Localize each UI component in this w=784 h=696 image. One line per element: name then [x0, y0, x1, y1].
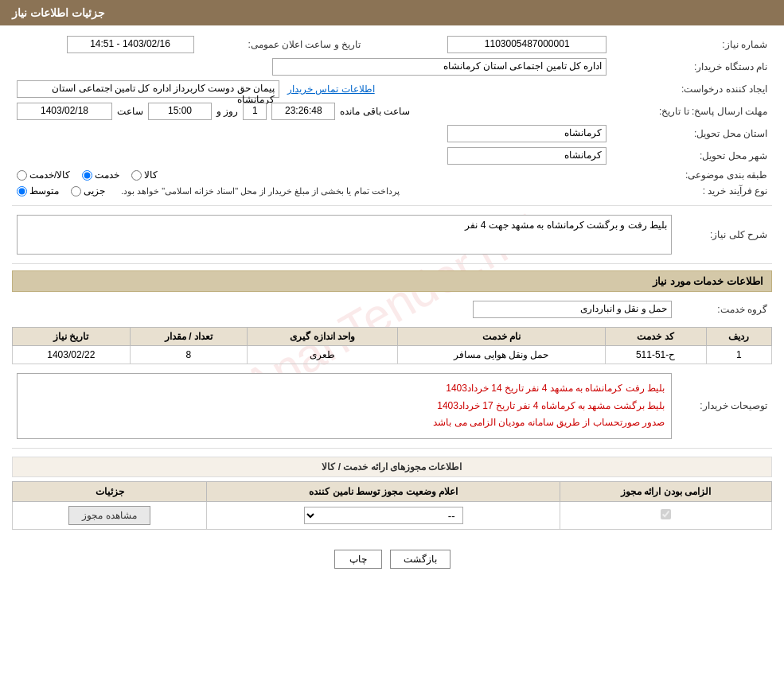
permit-status-select[interactable]: --	[304, 507, 463, 524]
col-header-code: کد خدمت	[605, 328, 706, 346]
service-group-label: گروه خدمت:	[677, 298, 772, 321]
bottom-buttons: بازگشت چاپ	[12, 538, 772, 581]
permit-required-cell	[560, 501, 772, 529]
process-mutavasset[interactable]: متوسط	[17, 185, 59, 196]
process-type-label: نوع فرآیند خرید :	[611, 183, 772, 199]
deadline-time: 15:00	[148, 103, 212, 120]
permits-col-required: الزامی بودن ارائه مجوز	[560, 481, 772, 501]
deadline-date: 1403/02/18	[17, 103, 112, 120]
col-header-row: ردیف	[706, 328, 771, 346]
service-group-table: گروه خدمت: حمل و نقل و انبارداری	[12, 298, 772, 321]
services-table: ردیف کد خدمت نام خدمت واحد اندازه گیری ت…	[12, 327, 772, 364]
jozei-label: جزیی	[84, 185, 105, 196]
permit-details-cell: مشاهده مجوز	[13, 501, 207, 529]
khadamat-label: خدمت	[95, 169, 119, 181]
khadamat-radio[interactable]	[82, 170, 92, 181]
province-value: کرمانشاه	[447, 125, 607, 142]
process-note: پرداخت تمام یا بخشی از مبلغ خریدار از مح…	[121, 186, 400, 196]
province-label: استان محل تحویل:	[611, 122, 772, 145]
cell-name: حمل ونقل هوایی مسافر	[398, 346, 605, 364]
city-label: شهر محل تحویل:	[611, 145, 772, 167]
buyer-note-line: صدور صورتحساب از طریق سامانه مودیان الزا…	[24, 414, 665, 432]
cell-row: 1	[706, 346, 771, 364]
page-title: جزئیات اطلاعات نیاز	[12, 6, 105, 19]
creator-value: پیمان حق دوست کاربرداز اداره کل تامین اج…	[17, 80, 279, 98]
info-table: شماره نیاز: 1103005487000001 تاریخ و ساع…	[12, 33, 772, 199]
need-desc-table: شرح کلی نیاز: بلیط رفت و برگشت کرمانشاه …	[12, 212, 772, 257]
buyer-org-value: اداره کل تامین اجتماعی استان کرمانشاه	[272, 58, 607, 76]
jozei-radio[interactable]	[71, 186, 81, 196]
permits-col-status: اعلام وضعیت مجوز توسط نامین کننده	[207, 481, 560, 501]
divider-1	[12, 205, 772, 206]
mutavasset-radio[interactable]	[17, 186, 27, 196]
col-header-quantity: تعداد / مقدار	[130, 328, 247, 346]
category-radio-group: کالا/خدمت خدمت کالا	[17, 169, 607, 181]
deadline-days-label: روز و	[216, 106, 238, 117]
process-jozei[interactable]: جزیی	[71, 185, 105, 196]
deadline-remaining: 23:26:48	[271, 103, 335, 120]
creator-label: ایجاد کننده درخواست:	[611, 78, 772, 100]
cell-code: ح-51-511	[605, 346, 706, 364]
page-header: جزئیات اطلاعات نیاز	[0, 0, 784, 25]
cell-date: 1403/02/22	[13, 346, 131, 364]
kala-khadamat-radio[interactable]	[17, 170, 27, 181]
col-header-unit: واحد اندازه گیری	[248, 328, 398, 346]
buyer-org-label: نام دستگاه خریدار:	[611, 56, 772, 78]
date-label: تاریخ و ساعت اعلان عمومی:	[199, 33, 366, 56]
permit-required-checkbox[interactable]	[661, 509, 671, 519]
col-header-name: نام خدمت	[398, 328, 605, 346]
deadline-remaining-label: ساعت باقی مانده	[340, 106, 410, 117]
need-number-value: 1103005487000001	[447, 36, 607, 53]
cell-quantity: 8	[130, 346, 247, 364]
buyer-note-line: بلیط رفت کرمانشاه به مشهد 4 نفر تاریخ 14…	[24, 380, 665, 398]
permits-section-title: اطلاعات مجوزهای ارائه خدمت / کالا	[12, 457, 772, 477]
date-value: 1403/02/16 - 14:51	[67, 36, 194, 53]
deadline-time-label: ساعت	[117, 106, 143, 117]
view-permit-button[interactable]: مشاهده مجوز	[68, 506, 150, 525]
divider-2	[12, 263, 772, 264]
main-content: AnahTender.net شماره نیاز: 1103005487000…	[0, 25, 784, 589]
buyer-notes-label: توصیحات خریدار:	[677, 371, 772, 441]
buyer-notes-content: بلیط رفت کرمانشاه به مشهد 4 نفر تاریخ 14…	[17, 373, 672, 439]
buyer-note-line: بلیط برگشت مشهد به کرماشاه 4 نفر تاریخ 1…	[24, 398, 665, 415]
deadline-label: مهلت ارسال پاسخ: تا تاریخ:	[611, 100, 772, 122]
permits-table: الزامی بودن ارائه مجوز اعلام وضعیت مجوز …	[12, 481, 772, 530]
kala-khadamat-label: کالا/خدمت	[29, 169, 70, 181]
city-value: کرمانشاه	[447, 147, 607, 165]
category-kala-khadamat[interactable]: کالا/خدمت	[17, 169, 70, 181]
table-row: 1 ح-51-511 حمل ونقل هوایی مسافر طعری 8 1…	[13, 346, 772, 364]
contact-link[interactable]: اطلاعات تماس خریدار	[287, 84, 375, 95]
category-khadamat[interactable]: خدمت	[82, 169, 119, 181]
permits-col-details: جزئیات	[13, 481, 207, 501]
buyer-notes-table: توصیحات خریدار: بلیط رفت کرمانشاه به مشه…	[12, 371, 772, 441]
back-button[interactable]: بازگشت	[390, 550, 451, 569]
cell-unit: طعری	[248, 346, 398, 364]
category-label: طبقه بندی موضوعی:	[611, 167, 772, 183]
page-wrapper: جزئیات اطلاعات نیاز AnahTender.net شماره…	[0, 0, 784, 696]
kala-radio[interactable]	[131, 170, 142, 181]
col-header-date: تاریخ نیاز	[13, 328, 131, 346]
need-number-label: شماره نیاز:	[611, 33, 772, 56]
process-radio-group: متوسط جزیی	[17, 185, 105, 196]
print-button[interactable]: چاپ	[334, 550, 382, 569]
need-desc-value: بلیط رفت و برگشت کرمانشاه به مشهد جهت 4 …	[17, 215, 672, 255]
services-section-title: اطلاعات خدمات مورد نیاز	[12, 270, 772, 292]
kala-label: کالا	[144, 169, 158, 181]
mutavasset-label: متوسط	[29, 185, 59, 196]
divider-3	[12, 448, 772, 449]
table-row: -- مشاهده مجوز	[13, 501, 772, 529]
service-group-value: حمل و نقل و انبارداری	[473, 301, 672, 318]
deadline-days: 1	[243, 103, 267, 120]
category-kala[interactable]: کالا	[131, 169, 158, 181]
need-desc-label: شرح کلی نیاز:	[677, 212, 772, 257]
permit-status-cell: --	[207, 501, 560, 529]
